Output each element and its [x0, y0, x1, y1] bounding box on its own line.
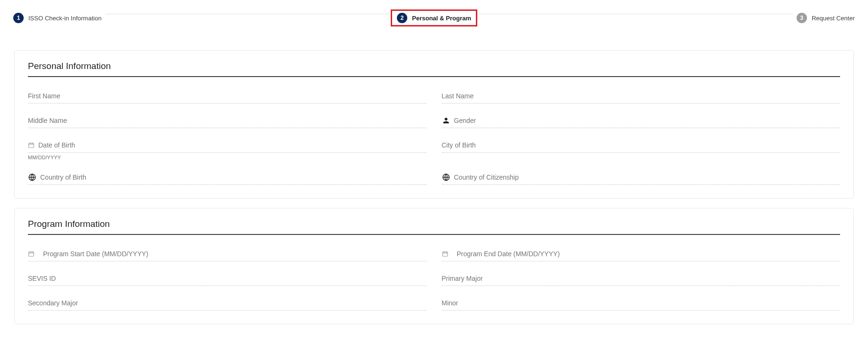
step-personal-program[interactable]: 2 Personal & Program: [391, 9, 477, 26]
step-number-2: 2: [397, 13, 407, 23]
program-information-title: Program Information: [28, 219, 840, 235]
program-end-date-label: Program End Date (MM/DD/YYYY): [452, 250, 560, 258]
person-icon: [442, 116, 450, 125]
sevis-id-input[interactable]: [28, 275, 427, 282]
secondary-major-field[interactable]: [28, 297, 427, 311]
step-number-3: 3: [797, 13, 807, 23]
first-name-input[interactable]: [28, 92, 427, 100]
minor-input[interactable]: [442, 299, 841, 307]
globe-icon: [28, 173, 36, 182]
secondary-major-input[interactable]: [28, 299, 427, 307]
step-label-1: ISSO Check-in Information: [28, 15, 102, 22]
gender-label: Gender: [454, 117, 476, 124]
country-of-citizenship-label: Country of Citizenship: [454, 173, 519, 181]
program-start-date-field[interactable]: Program Start Date (MM/DD/YYYY): [28, 248, 427, 261]
svg-rect-8: [29, 251, 34, 256]
last-name-input[interactable]: [442, 92, 841, 100]
svg-rect-0: [29, 143, 34, 147]
calendar-icon: [28, 142, 35, 148]
last-name-field[interactable]: [442, 90, 841, 104]
country-of-birth-label: Country of Birth: [40, 173, 86, 181]
personal-information-card: Personal Information Gender: [14, 50, 854, 199]
program-form-grid: Program Start Date (MM/DD/YYYY) Program …: [28, 248, 840, 311]
program-end-date-field[interactable]: Program End Date (MM/DD/YYYY): [442, 248, 841, 261]
sevis-id-field[interactable]: [28, 273, 427, 286]
middle-name-input[interactable]: [28, 117, 427, 124]
country-of-citizenship-field[interactable]: Country of Citizenship: [442, 172, 841, 185]
city-of-birth-spacer: [442, 155, 841, 160]
country-of-birth-field[interactable]: Country of Birth: [28, 172, 427, 185]
city-of-birth-input[interactable]: [442, 141, 841, 149]
primary-major-input[interactable]: [442, 275, 841, 282]
calendar-icon: [442, 251, 448, 257]
middle-name-field[interactable]: [28, 115, 427, 128]
program-start-date-label: Program Start Date (MM/DD/YYYY): [38, 250, 149, 258]
svg-rect-12: [442, 251, 447, 256]
program-information-card: Program Information Program Start Date (…: [14, 208, 854, 324]
step-label-3: Request Center: [812, 15, 855, 22]
minor-field[interactable]: [442, 297, 841, 311]
date-of-birth-hint: MM/DD/YYYY: [28, 155, 427, 160]
city-of-birth-field[interactable]: [442, 139, 841, 153]
globe-icon: [442, 173, 450, 182]
gender-field[interactable]: Gender: [442, 115, 841, 128]
personal-form-grid: Gender Date of Birth MM/DD/YYYY Cou: [28, 90, 840, 185]
step-label-2: Personal & Program: [412, 15, 471, 22]
stepper: 1 ISSO Check-in Information 2 Personal &…: [0, 0, 868, 36]
step-isso-checkin[interactable]: 1 ISSO Check-in Information: [9, 13, 105, 23]
calendar-icon: [28, 251, 35, 257]
step-request-center[interactable]: 3 Request Center: [793, 13, 859, 23]
date-of-birth-label: Date of Birth: [38, 141, 75, 149]
first-name-field[interactable]: [28, 90, 427, 104]
primary-major-field[interactable]: [442, 273, 841, 286]
personal-information-title: Personal Information: [28, 61, 840, 77]
date-of-birth-field[interactable]: Date of Birth: [28, 139, 427, 153]
step-number-1: 1: [13, 13, 24, 23]
